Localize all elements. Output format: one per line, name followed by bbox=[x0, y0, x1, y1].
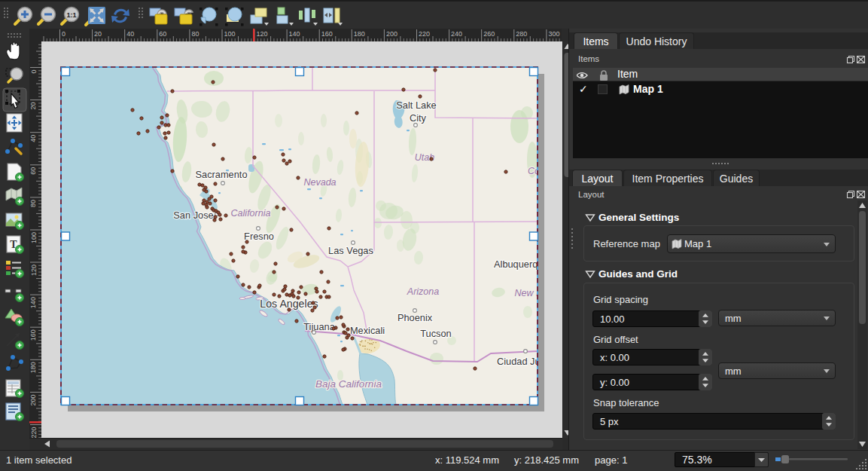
svg-text:180: 180 bbox=[30, 362, 38, 373]
svg-text:120: 120 bbox=[30, 265, 38, 276]
svg-text:140: 140 bbox=[289, 30, 300, 38]
svg-text:100: 100 bbox=[224, 30, 236, 38]
svg-text:200: 200 bbox=[30, 394, 38, 405]
svg-text:220: 220 bbox=[30, 427, 38, 439]
svg-text:120: 120 bbox=[257, 30, 268, 38]
svg-text:240: 240 bbox=[451, 30, 462, 38]
svg-text:160: 160 bbox=[321, 30, 333, 38]
svg-text:280: 280 bbox=[516, 30, 527, 38]
svg-text:260: 260 bbox=[483, 30, 495, 38]
svg-text:140: 140 bbox=[30, 297, 38, 308]
svg-text:220: 220 bbox=[419, 30, 430, 38]
svg-text:100: 100 bbox=[30, 232, 38, 243]
svg-text:300: 300 bbox=[548, 30, 559, 38]
svg-text:1:1: 1:1 bbox=[66, 11, 76, 19]
svg-text:40: 40 bbox=[126, 30, 134, 38]
svg-text:80: 80 bbox=[191, 30, 199, 38]
svg-text:0: 0 bbox=[62, 30, 65, 38]
svg-text:200: 200 bbox=[386, 30, 397, 38]
svg-text:20: 20 bbox=[30, 102, 38, 110]
svg-text:40: 40 bbox=[30, 135, 38, 142]
svg-text:160: 160 bbox=[30, 329, 38, 341]
svg-text:80: 80 bbox=[30, 200, 38, 207]
svg-text:0: 0 bbox=[30, 70, 38, 74]
svg-text:60: 60 bbox=[159, 30, 166, 38]
svg-text:20: 20 bbox=[94, 30, 102, 38]
svg-text:60: 60 bbox=[30, 167, 38, 175]
svg-text:180: 180 bbox=[354, 30, 365, 38]
